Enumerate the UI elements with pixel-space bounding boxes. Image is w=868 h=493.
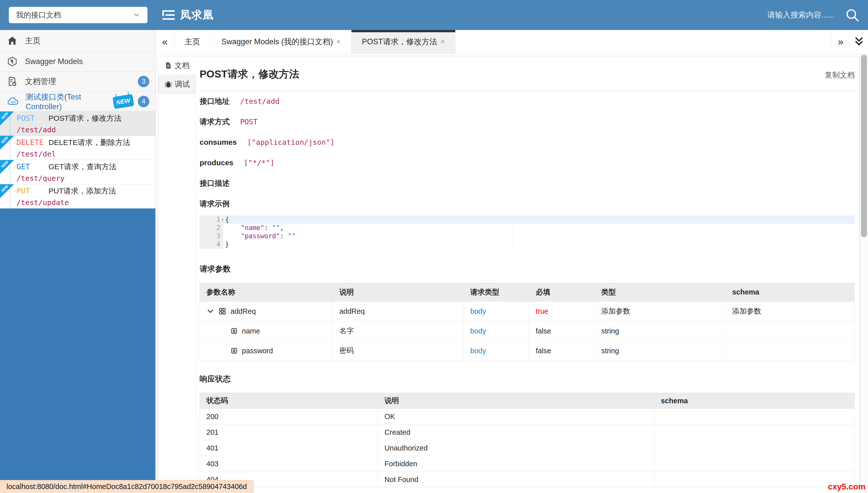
endpoint-post-test-add[interactable]: NEW POST POST请求，修改方法 /test/add xyxy=(0,111,156,136)
swagger-models-icon xyxy=(7,56,18,67)
param-desc: addReq xyxy=(333,301,464,321)
param-required: false xyxy=(529,321,595,341)
editor-gutter: 1▾ 2 3 4 xyxy=(200,215,223,249)
watermark: cxy5.com xyxy=(828,482,866,492)
editor-code: { "name": "", "password": "" } xyxy=(223,215,855,249)
search-input[interactable]: 请输入搜索内容...... xyxy=(767,10,834,20)
api-count-badge: 4 xyxy=(138,96,149,107)
param-req-type[interactable]: body xyxy=(464,321,529,341)
status-code: 403 xyxy=(200,456,378,472)
sidebar-item-label: 文档管理 xyxy=(25,76,138,87)
sidebar-item-swagger-models[interactable]: Swagger Models xyxy=(0,51,156,71)
tab-doc[interactable]: 文档 xyxy=(158,56,196,75)
new-ribbon-icon: NEW xyxy=(0,136,14,150)
field-request-example: 请求示例 xyxy=(200,193,855,214)
method-badge: GET xyxy=(17,162,48,171)
field-value: POST xyxy=(240,117,257,126)
request-example-editor[interactable]: 1▾ 2 3 4 { "name": "", "password": "" } xyxy=(200,215,855,249)
field-value: /test/add xyxy=(240,97,280,106)
logo-icon xyxy=(162,9,175,21)
tab-debug[interactable]: 调试 xyxy=(158,75,196,94)
copy-doc-link[interactable]: 复制文档 xyxy=(825,70,855,80)
param-req-type[interactable]: body xyxy=(464,341,529,361)
sidebar-item-test-controller[interactable]: API 测试接口类(Test Controller) NEW 4 xyxy=(0,91,156,111)
endpoint-path: /test/update xyxy=(17,198,156,207)
project-select-value: 我的接口文档 xyxy=(16,10,133,20)
api-cloud-icon: API xyxy=(7,97,20,107)
method-badge: POST xyxy=(17,114,48,123)
tab-debug-label: 调试 xyxy=(175,79,190,89)
sidebar-item-doc-manage[interactable]: 文档管理 3 xyxy=(0,71,156,91)
tab-swagger-models[interactable]: Swagger Models (我的接口文档) × xyxy=(211,30,351,53)
logo-title: 凤求凰 xyxy=(180,8,214,22)
status-schema xyxy=(654,456,854,472)
param-req-type[interactable]: body xyxy=(464,301,529,321)
endpoint-put-test-update[interactable]: NEW PUT PUT请求，添加方法 /test/update xyxy=(0,184,156,209)
status-schema xyxy=(654,409,854,425)
bug-icon xyxy=(164,80,172,88)
table-row: 403 Forbidden xyxy=(200,456,855,472)
tabbar: « 主页 Swagger Models (我的接口文档) × POST请求，修改… xyxy=(156,30,868,54)
collapse-all-tabs-button[interactable] xyxy=(850,30,868,53)
tab-label: Swagger Models (我的接口文档) xyxy=(221,37,333,47)
new-ribbon-icon: NEW xyxy=(0,184,14,198)
new-ribbon-icon: NEW xyxy=(0,160,14,174)
tab-post-request[interactable]: POST请求，修改方法 × xyxy=(351,30,456,53)
vertical-scrollbar[interactable] xyxy=(860,54,868,493)
table-row: 200 OK xyxy=(200,409,855,425)
param-name: password xyxy=(242,347,273,355)
search-icon[interactable] xyxy=(844,6,861,24)
param-desc: 名字 xyxy=(333,321,464,341)
field-label: 请求方式 xyxy=(200,117,230,127)
endpoint-list: NEW POST POST请求，修改方法 /test/add NEW DELET… xyxy=(0,111,156,209)
section-request-params: 请求参数 xyxy=(200,264,855,274)
page-title: POST请求，修改方法 xyxy=(200,67,299,81)
param-desc: 密码 xyxy=(333,341,464,361)
endpoint-get-test-query[interactable]: NEW GET GET请求，查询方法 /test/query xyxy=(0,160,156,184)
sidebar-item-home[interactable]: 主页 xyxy=(0,30,156,51)
endpoint-title: PUT请求，添加方法 xyxy=(48,186,116,196)
field-label: 接口地址 xyxy=(200,96,230,107)
field-request-method: 请求方式 POST xyxy=(200,111,855,132)
field-label: produces xyxy=(200,158,233,167)
doc-manage-icon xyxy=(7,76,18,87)
new-ribbon-icon: NEW xyxy=(0,111,14,126)
param-type: string xyxy=(595,321,726,341)
tabs-prev-button[interactable]: « xyxy=(156,30,174,53)
collapse-row-icon[interactable] xyxy=(206,307,214,315)
endpoint-delete-test-del[interactable]: NEW DELETE DELETE请求，删除方法 /test/del xyxy=(0,136,156,160)
code-line-2: "name": "", xyxy=(223,224,855,232)
col-required: 必填 xyxy=(529,283,595,301)
app-logo: 凤求凰 xyxy=(162,8,214,22)
status-desc: Forbidden xyxy=(378,456,654,472)
tab-home[interactable]: 主页 xyxy=(174,30,211,53)
table-row: password 密码 body false string xyxy=(200,341,855,361)
tab-doc-label: 文档 xyxy=(174,61,190,71)
field-api-url: 接口地址 /test/add xyxy=(200,91,855,111)
field-label: 接口描述 xyxy=(200,178,230,189)
param-schema xyxy=(726,341,855,361)
param-required: false xyxy=(529,341,595,361)
status-desc: Created xyxy=(378,425,654,440)
section-response-status: 响应状态 xyxy=(200,374,855,384)
project-select-dropdown[interactable]: 我的接口文档 xyxy=(9,7,148,23)
endpoint-path: /test/query xyxy=(17,174,156,183)
sidebar: 主页 Swagger Models 文档管理 3 API xyxy=(0,30,156,493)
field-label: 请求示例 xyxy=(200,199,230,209)
close-icon[interactable]: × xyxy=(441,38,445,46)
status-desc: Unauthorized xyxy=(378,440,654,456)
endpoint-title: DELETE请求，删除方法 xyxy=(48,137,130,148)
field-produces: produces ["*/*"] xyxy=(200,152,855,173)
doc-side-tabs: 文档 调试 xyxy=(158,56,196,493)
doc-content: POST请求，修改方法 复制文档 接口地址 /test/add 请求方式 POS… xyxy=(196,56,859,493)
close-icon[interactable]: × xyxy=(336,38,340,46)
table-row: 401 Unauthorized xyxy=(200,440,855,456)
status-schema xyxy=(654,425,854,440)
field-value: ["application/json"] xyxy=(247,138,334,147)
tabs-next-button[interactable]: » xyxy=(831,30,850,53)
table-header-row: 参数名称 说明 请求类型 必填 类型 schema xyxy=(200,283,855,301)
method-badge: DELETE xyxy=(17,138,48,147)
table-row: addReq addReq body true 添加参数 添加参数 xyxy=(200,301,855,321)
scrollbar-thumb[interactable] xyxy=(861,55,867,237)
object-icon xyxy=(219,307,226,315)
